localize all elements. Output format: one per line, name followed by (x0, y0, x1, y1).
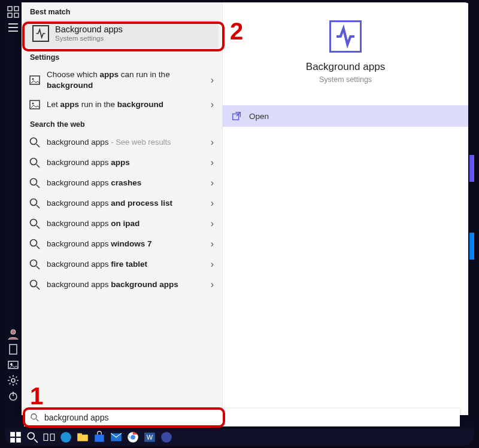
svg-rect-27 (16, 438, 21, 443)
left-icon-rail (5, 2, 22, 446)
svg-point-7 (11, 364, 13, 365)
search-input[interactable] (44, 413, 454, 422)
results-column: Best match Background apps System settin… (22, 2, 223, 415)
web-result-7[interactable]: background apps background apps› (22, 275, 222, 295)
tb-app-icon[interactable] (160, 431, 173, 444)
activity-icon-large (329, 20, 362, 53)
rail-pictures-icon[interactable] (7, 359, 19, 371)
svg-point-4 (11, 330, 16, 334)
search-icon (29, 238, 41, 250)
web-result-label: background apps windows 7 (47, 239, 215, 249)
web-result-label: background apps on ipad (47, 218, 215, 229)
svg-rect-2 (8, 13, 12, 17)
chevron-right-icon: › (211, 137, 214, 148)
svg-point-28 (28, 432, 34, 439)
svg-point-18 (31, 220, 37, 226)
open-label: Open (249, 112, 269, 121)
settings-result-1[interactable]: Let apps run in the background › (22, 95, 222, 115)
svg-point-21 (31, 281, 37, 287)
web-result-6[interactable]: background apps fire tablet› (22, 254, 222, 275)
best-match-title: Background apps (55, 25, 123, 34)
web-result-label: background apps background apps (47, 279, 215, 290)
svg-point-19 (31, 240, 37, 246)
svg-rect-26 (10, 438, 15, 443)
web-result-5[interactable]: background apps windows 7› (22, 234, 222, 254)
svg-point-37 (131, 435, 135, 440)
tb-chrome-icon[interactable] (126, 431, 140, 444)
rail-settings-icon[interactable] (7, 374, 19, 386)
search-icon (29, 177, 41, 189)
tb-word-icon[interactable]: W (143, 431, 156, 444)
rail-user-icon[interactable] (7, 328, 19, 340)
rail-menu-icon[interactable] (7, 22, 19, 33)
svg-point-13 (32, 103, 34, 105)
search-bar[interactable] (24, 409, 460, 426)
chevron-right-icon: › (211, 75, 214, 86)
web-result-1[interactable]: background apps apps› (22, 153, 222, 173)
search-icon (29, 136, 41, 148)
start-search-panel: Best match Background apps System settin… (22, 2, 468, 415)
rail-grid-icon[interactable] (7, 6, 19, 18)
svg-rect-24 (10, 432, 15, 437)
web-result-label: background apps and process list (47, 198, 215, 209)
detail-title: Background apps (223, 61, 468, 73)
activity-icon (32, 25, 49, 42)
bg-accent-1 (469, 155, 474, 182)
chevron-right-icon: › (211, 239, 214, 249)
web-result-3[interactable]: background apps and process list› (22, 193, 222, 214)
tb-taskview-icon[interactable] (43, 431, 56, 444)
settings-result-0[interactable]: Choose which apps can run in the backgro… (22, 65, 222, 95)
rail-power-icon[interactable] (7, 390, 19, 402)
search-icon (29, 279, 41, 291)
svg-point-20 (31, 260, 37, 267)
svg-rect-30 (50, 434, 54, 441)
svg-rect-34 (95, 435, 104, 442)
search-icon (29, 197, 41, 209)
chevron-right-icon: › (211, 279, 214, 290)
svg-rect-0 (8, 7, 12, 11)
chevron-right-icon: › (211, 99, 214, 110)
detail-column: Background apps System settings Open (223, 2, 468, 415)
chevron-right-icon: › (211, 198, 214, 209)
chevron-right-icon: › (211, 218, 214, 229)
chevron-right-icon: › (211, 259, 214, 270)
tb-mail-icon[interactable] (110, 431, 123, 444)
search-icon (29, 157, 41, 169)
svg-point-14 (31, 138, 37, 145)
svg-rect-3 (14, 13, 19, 17)
taskbar: W (5, 429, 474, 446)
web-result-0[interactable]: background apps - See web results› (22, 132, 222, 153)
section-settings: Settings (22, 48, 222, 65)
start-button[interactable] (9, 431, 22, 444)
web-result-2[interactable]: background apps crashes› (22, 173, 222, 193)
web-result-label: background apps apps (47, 157, 215, 168)
svg-point-31 (60, 432, 71, 443)
image-icon (29, 99, 41, 111)
detail-subtitle: System settings (223, 75, 468, 84)
tb-search-icon[interactable] (26, 431, 39, 444)
section-web: Search the web (22, 115, 222, 132)
open-icon (231, 111, 242, 121)
web-result-label: background apps fire tablet (47, 259, 215, 270)
web-result-4[interactable]: background apps on ipad› (22, 214, 222, 234)
svg-rect-25 (16, 432, 21, 437)
rail-document-icon[interactable] (7, 343, 19, 355)
search-icon (30, 413, 40, 422)
web-result-label: background apps - See web results (47, 137, 215, 148)
tb-explorer-icon[interactable] (76, 431, 89, 444)
web-result-label: background apps crashes (47, 178, 215, 188)
settings-result-label: Let apps run in the background (47, 99, 215, 110)
svg-rect-5 (10, 345, 17, 354)
svg-rect-29 (44, 434, 48, 441)
chevron-right-icon: › (211, 178, 214, 188)
chevron-right-icon: › (211, 157, 214, 168)
tb-store-icon[interactable] (93, 431, 106, 444)
svg-text:W: W (147, 434, 153, 441)
svg-point-11 (32, 78, 34, 80)
open-action[interactable]: Open (223, 105, 468, 127)
svg-point-15 (31, 159, 37, 165)
svg-rect-1 (14, 7, 19, 11)
best-match-result[interactable]: Background apps System settings (25, 20, 219, 48)
tb-edge-icon[interactable] (59, 431, 72, 444)
svg-point-23 (31, 414, 37, 419)
